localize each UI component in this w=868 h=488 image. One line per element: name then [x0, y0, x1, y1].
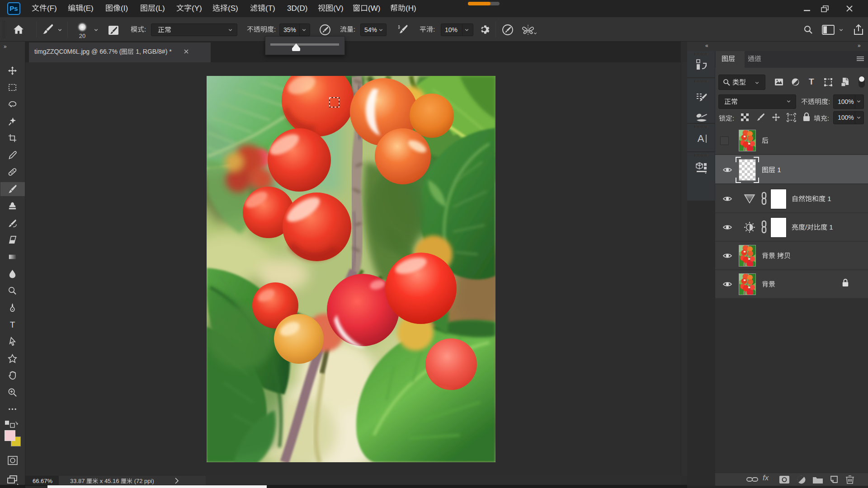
- svg-text:T: T: [10, 320, 15, 329]
- svg-text:A: A: [698, 133, 704, 144]
